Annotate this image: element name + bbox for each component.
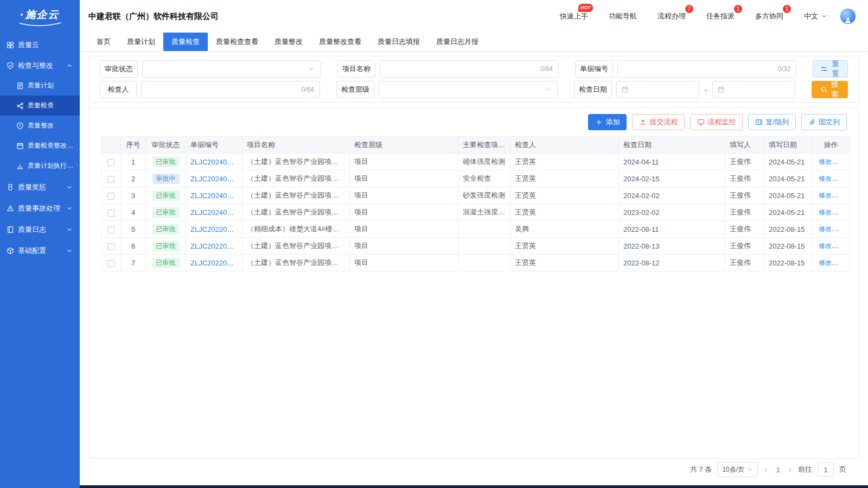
- inspector-input[interactable]: 0/64: [141, 81, 320, 98]
- sidebar-group-inspection-and-rectification[interactable]: 检查与整改: [0, 55, 80, 75]
- sidebar-group-label: 基础配置: [18, 246, 46, 256]
- sidebar-group-quality-rewards-penalties[interactable]: 质量奖惩: [0, 177, 80, 197]
- tab-quality-log-fill[interactable]: 质量日志填报: [369, 33, 428, 51]
- document-icon: [16, 82, 24, 90]
- sidebar-item-plan-execution-tracking[interactable]: 质量计划执行跟踪: [0, 156, 80, 176]
- nav-quick-start[interactable]: 快速上手HOT: [560, 11, 588, 21]
- sidebar-item-quality-rectification[interactable]: 质量整改: [0, 116, 80, 136]
- filter-check-date: 检查日期 -: [574, 81, 795, 98]
- top-nav: 快速上手HOT功能导航流程办理7任务指派1多方协同1: [560, 11, 783, 21]
- process-monitor-button[interactable]: 流程监控: [690, 114, 743, 130]
- cell-check-date: 2022-08-12: [619, 255, 725, 271]
- row-checkbox[interactable]: [107, 176, 114, 183]
- end-date-input[interactable]: [712, 81, 795, 98]
- project-name-input[interactable]: 0/64: [380, 60, 559, 78]
- tab-quality-inspection[interactable]: 质量检查: [163, 33, 208, 51]
- doc-number-link[interactable]: ZLJC2022080174: [190, 225, 242, 233]
- check-level-select[interactable]: [379, 81, 558, 98]
- next-page-button[interactable]: ›: [788, 465, 793, 474]
- doc-number-input[interactable]: 0/32: [617, 60, 796, 78]
- sidebar: 施企云 质量云检查与整改质量计划质量检查质量整改质量检查整改跟踪质量计划执行跟踪…: [0, 0, 80, 488]
- filter-project-name: 项目名称 0/64: [337, 60, 559, 78]
- tab-bar: 首页质量计划质量检查质量检查查看质量整改质量整改查看质量日志填报质量日志月报: [80, 33, 868, 52]
- sidebar-group-basic-configuration[interactable]: 基础配置: [0, 240, 80, 261]
- edit-link[interactable]: 修改: [819, 225, 832, 233]
- cell-writer: 王俊伟: [725, 187, 764, 204]
- reset-button[interactable]: 重置: [813, 60, 848, 78]
- cell-check-date: 2024-02-15: [619, 170, 725, 187]
- char-counter: 0/64: [302, 86, 314, 93]
- doc-number-link[interactable]: ZLJC2024050444: [190, 192, 242, 200]
- cell-inspector: 王贤英: [510, 170, 619, 187]
- row-checkbox[interactable]: [107, 226, 114, 233]
- col-header: 检查人: [510, 137, 619, 154]
- edit-link[interactable]: 修改: [819, 242, 832, 250]
- page-size-select[interactable]: 10条/页: [717, 462, 758, 477]
- nav-multi-party-collaboration[interactable]: 多方协同1: [755, 11, 783, 21]
- edit-link[interactable]: 修改: [819, 208, 832, 216]
- language-switcher[interactable]: 中文: [804, 11, 828, 21]
- company-title: 中建君联（广州）软件科技有限公司: [88, 11, 219, 22]
- edit-link[interactable]: 修改: [819, 259, 832, 267]
- prev-page-button[interactable]: ‹: [763, 465, 768, 474]
- tab-quality-plan[interactable]: 质量计划: [119, 33, 163, 51]
- nav-item-label: 流程办理: [658, 12, 686, 20]
- app-logo: 施企云: [0, 0, 80, 34]
- sidebar-group-quality-log[interactable]: 质量日志: [0, 219, 80, 239]
- search-button[interactable]: 搜索: [812, 81, 848, 98]
- edit-link[interactable]: 修改: [819, 175, 832, 182]
- fix-columns-button[interactable]: 固定列: [801, 114, 847, 130]
- goto-page-input[interactable]: [818, 462, 834, 477]
- add-button[interactable]: 添加: [588, 114, 627, 130]
- tab-quality-rectification[interactable]: 质量整改: [266, 33, 311, 51]
- row-checkbox[interactable]: [107, 159, 114, 166]
- row-checkbox[interactable]: [107, 193, 114, 200]
- chevron-down-icon: [66, 205, 73, 212]
- toggle-columns-button[interactable]: 显/隐列: [748, 114, 796, 130]
- doc-number-link[interactable]: ZLJC2022080172: [190, 259, 242, 267]
- start-date-input[interactable]: [616, 81, 699, 98]
- cell-check-level: 项目: [350, 204, 458, 221]
- current-page-number[interactable]: 1: [774, 466, 782, 474]
- approval-status-select[interactable]: [142, 60, 321, 78]
- tab-quality-log-monthly[interactable]: 质量日志月报: [428, 33, 487, 51]
- edit-link[interactable]: 修改: [819, 192, 832, 199]
- nav-task-assignment[interactable]: 任务指派1: [706, 11, 735, 21]
- char-counter: 0/64: [540, 65, 553, 73]
- row-checkbox[interactable]: [107, 260, 114, 267]
- doc-number-link[interactable]: ZLJC2024050445: [190, 175, 242, 183]
- cell-check-item: 安全检查: [458, 170, 510, 187]
- doc-number-link[interactable]: ZLJC2024050446: [190, 158, 242, 166]
- doc-number-link[interactable]: ZLJC2022080173: [190, 242, 242, 250]
- cell-seq: 2: [121, 170, 146, 187]
- tab-home[interactable]: 首页: [88, 33, 119, 51]
- sidebar-group-label: 质量事故处理: [18, 204, 60, 213]
- cell-check-date: 2022-08-11: [619, 221, 725, 238]
- submit-process-button[interactable]: 提交流程: [632, 114, 685, 130]
- sidebar-item-inspection-rectification-tracking[interactable]: 质量检查整改跟踪: [0, 136, 80, 156]
- cell-check-item: 混凝土强度检测: [458, 204, 510, 221]
- col-header: 检查层级: [350, 137, 458, 154]
- doc-number-link[interactable]: ZLJC2024050443: [190, 208, 242, 217]
- goto-suffix-label: 页: [839, 465, 846, 474]
- row-checkbox[interactable]: [107, 210, 114, 217]
- nav-feature-navigation[interactable]: 功能导航: [609, 11, 637, 21]
- sidebar-item-quality-plan[interactable]: 质量计划: [0, 75, 80, 96]
- cell-inspector: 王贤英: [510, 187, 619, 204]
- row-checkbox[interactable]: [107, 243, 114, 250]
- nav-process-handling[interactable]: 流程办理7: [658, 11, 686, 21]
- filter-check-level: 检查层级: [336, 81, 558, 98]
- table-row: 2审批中ZLJC2024050445（土建）蓝色智谷产业园项目施工总承...项目…: [101, 170, 850, 187]
- process-monitor-label: 流程监控: [707, 117, 736, 127]
- edit-link[interactable]: 修改: [819, 158, 832, 166]
- tab-quality-inspection-view[interactable]: 质量检查查看: [208, 33, 266, 51]
- language-label: 中文: [804, 11, 818, 21]
- sidebar-item-quality-cloud[interactable]: 质量云: [0, 36, 80, 54]
- table-row: 6已审批ZLJC2022080173（土建）蓝色智谷产业园项目施工总承...项目…: [101, 238, 850, 255]
- sidebar-item-quality-inspection[interactable]: 质量检查: [0, 96, 80, 116]
- bottom-edge-bar: [80, 485, 868, 488]
- sidebar-item-label: 质量云: [18, 40, 39, 50]
- sidebar-group-quality-accident-handling[interactable]: 质量事故处理: [0, 198, 80, 218]
- tab-quality-rectification-view[interactable]: 质量整改查看: [311, 33, 369, 51]
- user-avatar[interactable]: [840, 8, 856, 24]
